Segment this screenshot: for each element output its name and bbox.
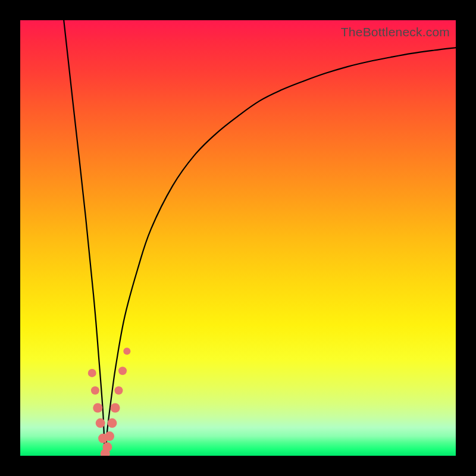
marker-dot: [111, 403, 120, 412]
marker-dot: [105, 431, 114, 441]
plot-area: TheBottleneck.com: [20, 20, 456, 456]
marker-dot: [88, 369, 96, 377]
chart-frame: TheBottleneck.com: [0, 0, 476, 476]
marker-dot: [114, 386, 123, 394]
marker-dot: [93, 403, 102, 412]
marker-dot: [123, 347, 130, 355]
marker-dot: [118, 367, 127, 375]
marker-dot: [91, 386, 99, 394]
marker-dot: [107, 418, 117, 428]
marker-dot: [102, 442, 112, 452]
marker-dot: [96, 418, 105, 428]
curve-svg: [20, 20, 456, 456]
marker-group: [88, 347, 131, 456]
